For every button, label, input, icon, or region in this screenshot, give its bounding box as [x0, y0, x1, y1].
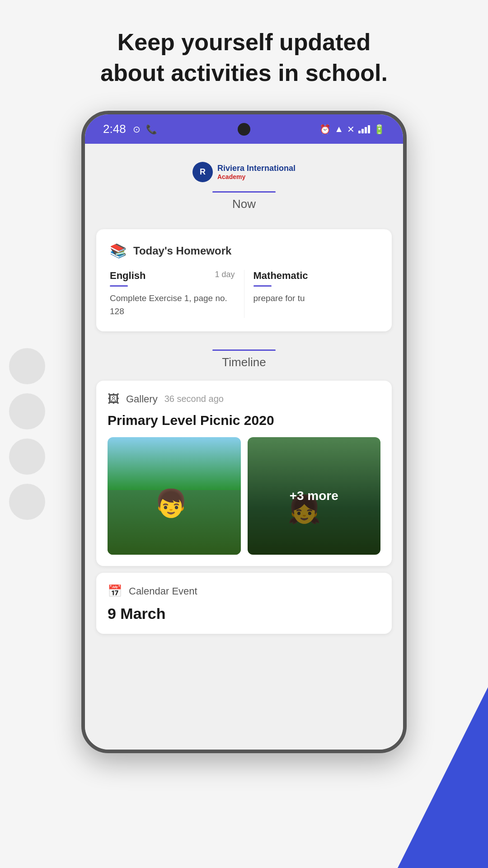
calendar-card[interactable]: 📅 Calendar Event 9 March: [96, 573, 392, 634]
subject-english[interactable]: English 1 day Complete Exercise 1, page …: [110, 270, 244, 318]
timeline-section: Timeline: [85, 340, 403, 374]
gallery-icon: 🖼: [108, 392, 119, 406]
status-time: 2:48: [103, 122, 126, 136]
now-tab-label[interactable]: Now: [232, 197, 256, 211]
gallery-images: +3 more: [108, 437, 380, 555]
school-logo: R Riviera International Academy: [192, 162, 296, 182]
subject-english-name: English: [110, 270, 145, 282]
gallery-time: 36 second ago: [164, 394, 224, 404]
timeline-label[interactable]: Timeline: [222, 355, 266, 369]
subject-english-desc: Complete Exercise 1, page no. 128: [110, 292, 235, 318]
logo-text: Riviera International Academy: [217, 164, 296, 180]
signal-bars: [358, 125, 370, 133]
logo-icon: R: [192, 162, 213, 182]
alarm-icon: ⏰: [319, 124, 331, 135]
gallery-image-2[interactable]: +3 more: [248, 437, 381, 555]
whatsapp-icon: 📞: [146, 124, 157, 135]
calendar-header: 📅 Calendar Event: [108, 584, 380, 598]
subject-math[interactable]: Mathematic prepare for tu: [244, 270, 379, 318]
gallery-header: 🖼 Gallery 36 second ago: [108, 392, 380, 406]
wifi-icon: ▲: [334, 124, 343, 134]
homework-subjects: English 1 day Complete Exercise 1, page …: [110, 270, 378, 318]
calendar-type: Calendar Event: [129, 585, 197, 597]
school-name: Riviera International: [217, 164, 296, 173]
homework-icon: 📚: [110, 243, 127, 259]
gallery-image-1[interactable]: [108, 437, 241, 555]
homework-title: Today's Homework: [133, 245, 231, 257]
app-content: R Riviera International Academy Now 📚 To…: [85, 144, 403, 750]
more-overlay[interactable]: +3 more: [248, 437, 381, 555]
now-tab-underline: [212, 191, 276, 193]
subject-english-underline: [110, 285, 128, 287]
page-heading: Keep yourself updated about activities i…: [64, 0, 424, 111]
homework-header: 📚 Today's Homework: [110, 243, 378, 259]
subject-math-underline: [253, 285, 272, 287]
subject-math-desc: prepare for tu: [253, 292, 379, 305]
calendar-icon: 📅: [108, 584, 122, 598]
phone-mockup: 2:48 ⊙ 📞 ⏰ ▲ ✕ 🔋: [81, 111, 407, 753]
gallery-title: Primary Level Picnic 2020: [108, 413, 380, 428]
subject-math-name: Mathematic: [253, 270, 308, 282]
camera-notch: [238, 123, 250, 136]
subject-english-days: 1 day: [215, 270, 235, 279]
status-bar: 2:48 ⊙ 📞 ⏰ ▲ ✕ 🔋: [85, 114, 403, 144]
calendar-date: 9 March: [108, 605, 380, 623]
homework-card: 📚 Today's Homework English 1 day Complet…: [96, 229, 392, 331]
logo-section: R Riviera International Academy Now: [85, 144, 403, 220]
school-subtitle: Academy: [217, 173, 296, 180]
maps-icon: ⊙: [133, 124, 141, 135]
timeline-underline: [212, 349, 276, 351]
gallery-type: Gallery: [126, 393, 158, 405]
battery-icon: 🔋: [374, 124, 385, 135]
more-count: +3 more: [290, 489, 338, 503]
gallery-card[interactable]: 🖼 Gallery 36 second ago Primary Level Pi…: [96, 381, 392, 566]
signal-x-icon: ✕: [347, 124, 355, 135]
